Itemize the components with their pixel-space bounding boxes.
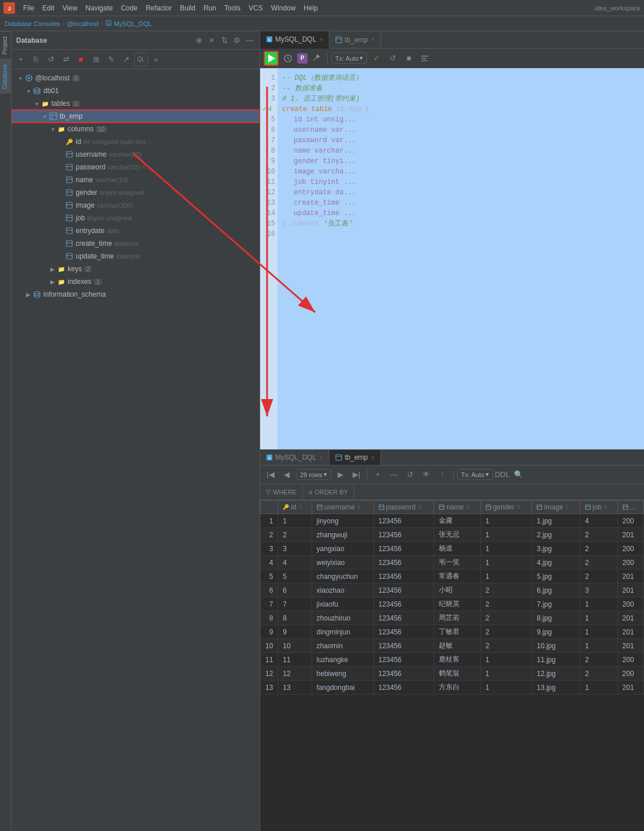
tree-item-keys[interactable]: ▶ 📁 keys 2 (12, 263, 260, 275)
tree-item-tables[interactable]: ▾ 📁 tables 1 (12, 97, 260, 110)
rollback-btn[interactable]: ↺ (386, 51, 399, 65)
table-cell[interactable]: 9.jpg (532, 625, 580, 639)
table-row[interactable]: 11jinyong123456金庸11.jpg4200 (261, 514, 644, 528)
table-cell[interactable]: dingminjun (312, 625, 373, 639)
table-cell[interactable]: zhouzhiruo (312, 611, 373, 625)
table-cell[interactable]: 8 (278, 611, 312, 625)
table-cell[interactable]: 1.jpg (532, 514, 580, 528)
table-cell[interactable]: changyuchun (312, 570, 373, 583)
table-cell[interactable]: 5 (278, 570, 312, 583)
filter-icon[interactable]: ⇅ (219, 35, 230, 46)
table-cell[interactable]: 10 (278, 639, 312, 653)
table-cell[interactable]: weiyixiao (312, 556, 373, 570)
table-cell[interactable]: 2 (580, 528, 617, 542)
table-cell[interactable]: 11.jpg (532, 653, 580, 667)
table-row[interactable]: 88zhouzhiruo123456周芷若28.jpg1201 (261, 611, 644, 625)
table-cell[interactable]: 9 (278, 625, 312, 639)
breadcrumb-localhost[interactable]: @localhost (67, 20, 99, 27)
table-cell[interactable]: 常遇春 (434, 570, 481, 583)
table-cell[interactable]: 方东白 (434, 681, 481, 695)
result-submit-btn[interactable]: ↑ (436, 468, 450, 482)
menu-help[interactable]: Help (300, 3, 321, 13)
refresh-btn[interactable]: ↺ (44, 53, 58, 67)
result-search-btn[interactable]: 🔍 (512, 468, 525, 482)
table-cell[interactable]: 金庸 (434, 514, 481, 528)
menu-code[interactable]: Code (117, 3, 141, 13)
table-cell[interactable]: 1 (480, 556, 532, 570)
minimize-icon[interactable]: — (245, 35, 255, 46)
breadcrumb-mysql-dql[interactable]: MySQL_DQL (114, 20, 151, 27)
breadcrumb-databases[interactable]: Database Consoles (5, 20, 60, 27)
table-row[interactable]: 44weiyixiao123456韦一笑14.jpg2200 (261, 556, 644, 570)
table-cell[interactable]: 2 (480, 597, 532, 611)
result-add-btn[interactable]: + (371, 468, 385, 482)
tab-mysql-dql-close[interactable]: × (320, 36, 323, 43)
table-cell[interactable]: 2 (480, 583, 532, 597)
table-cell[interactable]: 1 (480, 514, 532, 528)
table-cell[interactable]: 3.jpg (532, 542, 580, 556)
table-cell[interactable]: 1 (480, 653, 532, 667)
table-cell[interactable]: 1 (580, 639, 617, 653)
result-tab-mysql-dql-close[interactable]: × (320, 455, 323, 461)
table-cell[interactable]: zhaomin (312, 639, 373, 653)
table-cell[interactable]: 4 (580, 514, 617, 528)
table-cell[interactable]: 1 (580, 625, 617, 639)
table-cell[interactable]: 2.jpg (532, 528, 580, 542)
table-cell[interactable]: 杨道 (434, 542, 481, 556)
commit-btn[interactable]: ✓ (369, 51, 383, 65)
table-cell[interactable]: 13 (278, 681, 312, 695)
col-header-gender[interactable]: gender ⇅ (480, 501, 532, 514)
col-header-image[interactable]: image ⇅ (532, 501, 580, 514)
table-cell[interactable]: 2 (480, 625, 532, 639)
tree-item-col-username[interactable]: username varchar(20) (12, 148, 260, 161)
col-header-id[interactable]: 🔑 id ⇅ (278, 501, 312, 514)
tree-item-tb-emp[interactable]: ▾ tb_emp (12, 110, 260, 123)
table-row[interactable]: 55changyuchun123456常遇春15.jpg2201 (261, 570, 644, 583)
table-cell[interactable]: 4 (278, 556, 312, 570)
table-cell[interactable]: 7 (278, 597, 312, 611)
table-cell[interactable]: 123456 (373, 597, 434, 611)
menu-edit[interactable]: Edit (39, 3, 58, 13)
password-sort-icon[interactable]: ⇅ (417, 504, 422, 510)
menu-tools[interactable]: Tools (221, 3, 244, 13)
rows-count-badge[interactable]: 29 rows ▾ (296, 469, 331, 480)
table-row[interactable]: 1111luzhangke123456鹿杖客111.jpg2200 (261, 653, 644, 667)
table-cell[interactable]: 3 (580, 583, 617, 597)
result-tab-tb-emp[interactable]: tb_emp × (330, 450, 381, 465)
result-revert-btn[interactable]: ↺ (404, 468, 417, 482)
tree-item-col-job[interactable]: job tinyint unsigned (12, 212, 260, 224)
table-cell[interactable]: 赵敏 (434, 639, 481, 653)
table-row[interactable]: 22zhangwuji123456张无忌12.jpg2201 (261, 528, 644, 542)
menu-build[interactable]: Build (176, 3, 199, 13)
table-cell[interactable]: 鹤笔翁 (434, 667, 481, 681)
expand-arrow-tables[interactable]: ▾ (32, 101, 40, 107)
expand-arrow-columns[interactable]: ▾ (49, 126, 57, 132)
where-filter[interactable]: ▽ WHERE (260, 484, 303, 500)
col-header-job[interactable]: job ⇅ (580, 501, 617, 514)
gender-sort-icon[interactable]: ⇅ (516, 504, 521, 510)
table-cell[interactable]: 123456 (373, 667, 434, 681)
expand-arrow-localhost[interactable]: ▾ (16, 75, 24, 82)
tree-item-db01[interactable]: ▾ db01 (12, 84, 260, 97)
table-cell[interactable]: 1 (278, 514, 312, 528)
tree-item-col-image[interactable]: image varchar(300) (12, 199, 260, 212)
table-cell[interactable]: 1 (580, 597, 617, 611)
menu-navigate[interactable]: Navigate (82, 3, 116, 13)
table-cell[interactable]: 鹿杖客 (434, 653, 481, 667)
table-cell[interactable]: 1 (480, 528, 532, 542)
table-cell[interactable]: 123456 (373, 681, 434, 695)
tx-auto-badge[interactable]: Tx: Auto ▾ (331, 53, 367, 64)
table-cell[interactable]: 2 (580, 556, 617, 570)
table-cell[interactable]: 123456 (373, 653, 434, 667)
tree-item-col-entrydate[interactable]: entrydate date (12, 224, 260, 237)
table-cell[interactable]: 123456 (373, 556, 434, 570)
table-cell[interactable]: hebiweng (312, 667, 373, 681)
table-cell[interactable]: 2 (480, 639, 532, 653)
table-cell[interactable]: jixiaofu (312, 597, 373, 611)
results-table-wrapper[interactable]: 🔑 id ⇅ username ⇅ (260, 500, 644, 831)
username-sort-icon[interactable]: ⇅ (357, 504, 361, 510)
expand-arrow-info-schema[interactable]: ▶ (24, 291, 32, 298)
name-sort-icon[interactable]: ⇅ (465, 504, 470, 510)
col-header-username[interactable]: username ⇅ (312, 501, 373, 514)
table-cell[interactable]: 12.jpg (532, 667, 580, 681)
